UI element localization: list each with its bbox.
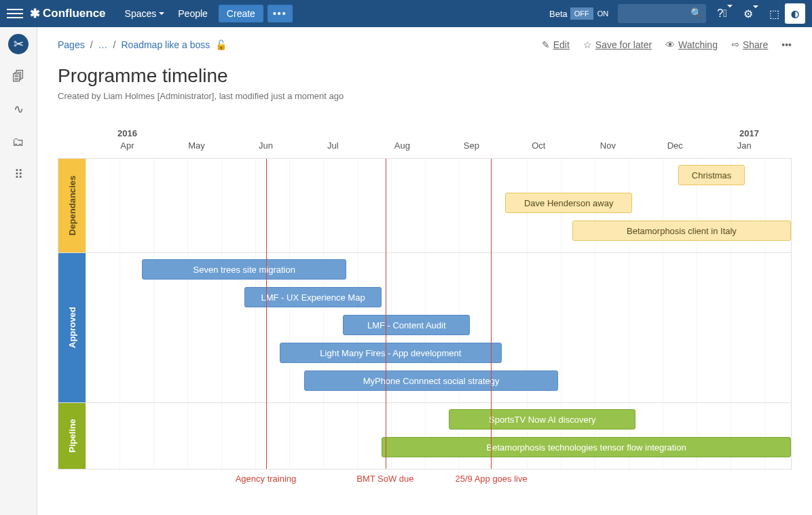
search-box: 🔍	[618, 4, 706, 23]
help-icon[interactable]: ?⃝	[712, 7, 738, 20]
lane-row: Betamorphosis technologies tensor flow i…	[86, 437, 791, 463]
toggle-switch[interactable]: OFF ON	[570, 7, 613, 20]
roadmap-bar[interactable]: LMF - Content Audit	[343, 315, 470, 335]
marker-label: 25/9 App goes live	[444, 474, 539, 484]
hamburger-icon[interactable]	[7, 5, 23, 22]
roadmap-bar[interactable]: LMF - UX Experience Map	[244, 287, 382, 307]
lane-row: MyPhone Connnect social strategy	[86, 370, 791, 396]
lane-body: Seven trees site migrationLMF - UX Exper…	[86, 253, 791, 402]
lane-row: Light Many Fires - App development	[86, 343, 791, 368]
left-sidebar: ✂ 🗐 ∿ 🗂 ⠿	[0, 27, 37, 515]
user-avatar[interactable]: ◐	[785, 3, 805, 24]
roadmap: 20162017AprMayJunJulAugSepOctNovDecJan D…	[58, 128, 792, 501]
lane-app: ApprovedSeven trees site migrationLMF - …	[58, 252, 791, 402]
month-label: Nov	[600, 140, 616, 151]
marker-label: Agency training	[218, 474, 313, 484]
create-button[interactable]: Create	[219, 5, 263, 22]
nav-people[interactable]: People	[171, 3, 215, 24]
star-icon	[583, 39, 592, 50]
lane-row: LMF - Content Audit	[86, 315, 791, 341]
brand-text: Confluence	[43, 7, 106, 20]
toggle-on: ON	[593, 7, 613, 20]
roadmap-bar[interactable]: Betamorphosis technologies tensor flow i…	[382, 437, 791, 457]
month-label: Jul	[327, 140, 339, 151]
breadcrumb-pages[interactable]: Pages	[58, 39, 85, 50]
lane-row: Betamorphosis client in Italy	[86, 221, 791, 246]
roadmap-bar[interactable]: Dave Henderson away	[505, 193, 632, 213]
page-title: Programme timeline	[58, 65, 792, 87]
create-more-button[interactable]: •••	[267, 5, 293, 22]
pencil-icon	[542, 39, 550, 50]
month-label: Dec	[667, 140, 683, 151]
lane-row: SportsTV Now AI discovery	[86, 409, 791, 435]
edit-action[interactable]: Edit	[542, 39, 570, 50]
lane-body: ChristmasDave Henderson awayBetamorphosi…	[86, 159, 791, 252]
pages-icon[interactable]: 🗐	[8, 66, 29, 87]
roadmap-bar[interactable]: Light Many Fires - App development	[280, 343, 502, 363]
page-actions: Edit Save for later Watching Share •••	[542, 39, 792, 50]
beta-label: Beta	[549, 9, 568, 19]
roadmap-bar[interactable]: Christmas	[678, 165, 745, 185]
space-avatar-icon[interactable]: ✂	[8, 34, 29, 54]
page-meta: Created by Liam Holmes [Administrator], …	[58, 91, 792, 101]
lane-row: Christmas	[86, 165, 791, 191]
roadmap-bar[interactable]: Seven trees site migration	[142, 259, 346, 280]
unlock-icon[interactable]: 🔓	[215, 39, 227, 50]
month-label: Oct	[532, 140, 545, 151]
timeline-header: 20162017AprMayJunJulAugSepOctNovDecJan	[85, 128, 792, 155]
notifications-icon[interactable]: ⬚	[764, 7, 785, 20]
top-header: ✱ Confluence Spaces People Create ••• Be…	[0, 0, 812, 27]
beta-toggle[interactable]: Beta OFF ON	[549, 7, 612, 20]
lane-label: Pipeline	[58, 403, 86, 469]
month-label: Sep	[464, 140, 479, 151]
search-icon[interactable]: 🔍	[690, 7, 702, 18]
roadmap-bar[interactable]: MyPhone Connnect social strategy	[304, 370, 558, 391]
lane-label: Approved	[58, 253, 86, 402]
roadmap-lanes: DependanciesChristmasDave Henderson away…	[58, 158, 792, 470]
lane-row: Dave Henderson away	[86, 193, 791, 218]
main-content: Pages / … / Roadmap like a boss 🔓 Edit S…	[37, 27, 812, 515]
breadcrumbs: Pages / … / Roadmap like a boss 🔓	[58, 39, 227, 50]
marker-line	[386, 159, 386, 469]
breadcrumb-sep: /	[90, 39, 93, 50]
share-icon	[731, 39, 739, 50]
month-label: Jan	[737, 140, 752, 151]
month-label: Aug	[394, 140, 410, 151]
confluence-icon: ✱	[30, 6, 40, 21]
lane-body: SportsTV Now AI discoveryBetamorphosis t…	[86, 403, 791, 469]
breadcrumb-sep: /	[113, 39, 116, 50]
brand-logo[interactable]: ✱ Confluence	[30, 6, 106, 21]
lane-label: Dependancies	[58, 159, 86, 252]
nav-spaces[interactable]: Spaces	[118, 3, 172, 24]
month-label: Jun	[259, 140, 273, 151]
breadcrumb-current[interactable]: Roadmap like a boss	[121, 39, 210, 50]
share-action[interactable]: Share	[731, 39, 768, 50]
lane-dep: DependanciesChristmasDave Henderson away…	[58, 159, 791, 252]
lane-row: Seven trees site migration	[86, 259, 791, 285]
shortcuts-icon[interactable]: 🗂	[8, 132, 29, 152]
more-actions[interactable]: •••	[781, 39, 792, 50]
blog-icon[interactable]: ∿	[8, 99, 29, 119]
breadcrumb-ellipsis[interactable]: …	[98, 39, 108, 50]
lane-row: LMF - UX Experience Map	[86, 287, 791, 313]
tree-icon[interactable]: ⠿	[8, 164, 29, 185]
marker-line	[266, 159, 267, 469]
save-later-action[interactable]: Save for later	[583, 39, 652, 50]
watch-action[interactable]: Watching	[665, 39, 718, 50]
year-label: 2016	[117, 128, 137, 138]
month-label: May	[188, 140, 205, 151]
roadmap-bar[interactable]: SportsTV Now AI discovery	[449, 409, 635, 430]
marker-line	[491, 159, 492, 469]
marker-labels: Agency trainingBMT SoW due25/9 App goes …	[85, 474, 792, 501]
toggle-off: OFF	[570, 7, 593, 20]
marker-label: BMT SoW due	[337, 474, 432, 484]
year-label: 2017	[739, 128, 759, 138]
month-label: Apr	[120, 140, 134, 151]
settings-icon[interactable]: ⚙	[738, 7, 764, 20]
roadmap-bar[interactable]: Betamorphosis client in Italy	[572, 221, 791, 241]
lane-pipe: PipelineSportsTV Now AI discoveryBetamor…	[58, 402, 791, 469]
eye-icon	[665, 39, 675, 50]
